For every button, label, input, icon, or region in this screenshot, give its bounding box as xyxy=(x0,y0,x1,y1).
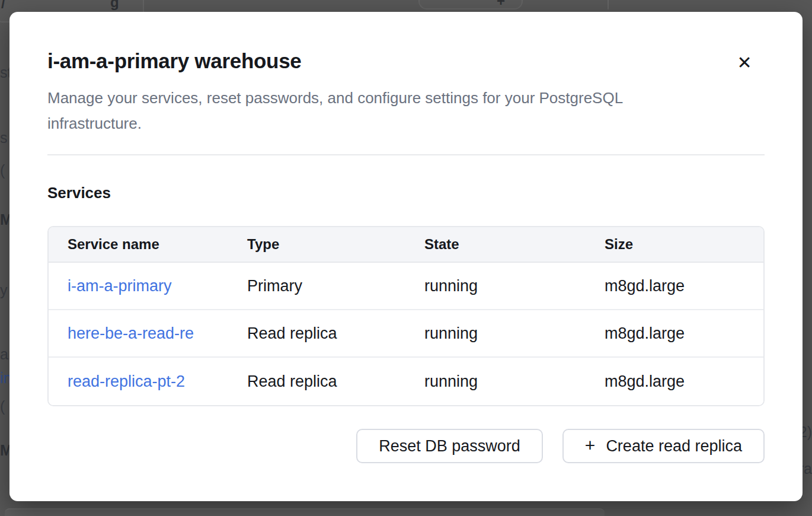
background-text-fragment: s xyxy=(0,130,8,145)
table-body: i-am-a-primary Primary running m8gd.larg… xyxy=(49,263,763,405)
background-panel-edge xyxy=(5,508,605,516)
warehouse-dialog: ✕ i-am-a-primary warehouse Manage your s… xyxy=(9,12,803,501)
column-header-service-name: Service name xyxy=(49,227,228,262)
cell-type: Read replica xyxy=(228,358,405,405)
background-glyph: + xyxy=(497,0,505,9)
plus-icon: + xyxy=(585,437,596,454)
column-header-size: Size xyxy=(586,227,763,262)
cell-state: running xyxy=(405,358,586,405)
create-read-replica-button[interactable]: + Create read replica xyxy=(562,429,765,463)
service-name-link[interactable]: here-be-a-read-re xyxy=(68,324,194,343)
background-glyph: / xyxy=(1,0,5,12)
table-row: here-be-a-read-re Read replica running m… xyxy=(49,310,763,358)
cell-service-name: i-am-a-primary xyxy=(49,263,228,309)
cell-type: Primary xyxy=(228,263,405,309)
cell-size: m8gd.large xyxy=(586,310,763,356)
background-text-fragment: ( xyxy=(0,399,5,414)
background-text-fragment: y xyxy=(0,283,8,298)
reset-db-password-label: Reset DB password xyxy=(379,437,520,456)
cell-size: m8gd.large xyxy=(586,263,763,309)
cell-size: m8gd.large xyxy=(586,358,763,405)
dialog-description: Manage your services, reset passwords, a… xyxy=(47,85,717,136)
close-icon[interactable]: ✕ xyxy=(731,50,757,76)
cell-type: Read replica xyxy=(228,310,405,356)
cell-service-name: here-be-a-read-re xyxy=(49,310,228,356)
dialog-title: i-am-a-primary warehouse xyxy=(47,49,765,74)
background-divider-line xyxy=(608,0,609,9)
cell-state: running xyxy=(405,310,586,356)
create-read-replica-label: Create read replica xyxy=(606,437,742,456)
services-heading: Services xyxy=(47,184,765,202)
services-table: Service name Type State Size i-am-a-prim… xyxy=(47,226,765,406)
service-name-link[interactable]: i-am-a-primary xyxy=(68,277,172,295)
cell-service-name: read-replica-pt-2 xyxy=(49,358,228,405)
background-button-center xyxy=(418,0,523,9)
background-text-fragment: ( xyxy=(0,163,5,178)
service-name-link[interactable]: read-replica-pt-2 xyxy=(68,372,185,391)
table-row: read-replica-pt-2 Read replica running m… xyxy=(49,358,763,405)
column-header-type: Type xyxy=(228,227,405,262)
column-header-state: State xyxy=(405,227,586,262)
cell-state: running xyxy=(405,263,586,309)
table-row: i-am-a-primary Primary running m8gd.larg… xyxy=(49,263,763,310)
table-header-row: Service name Type State Size xyxy=(49,227,763,263)
reset-db-password-button[interactable]: Reset DB password xyxy=(356,429,543,463)
header-divider xyxy=(47,154,765,155)
background-glyph: g xyxy=(110,0,119,11)
dialog-actions: Reset DB password + Create read replica xyxy=(47,429,765,463)
